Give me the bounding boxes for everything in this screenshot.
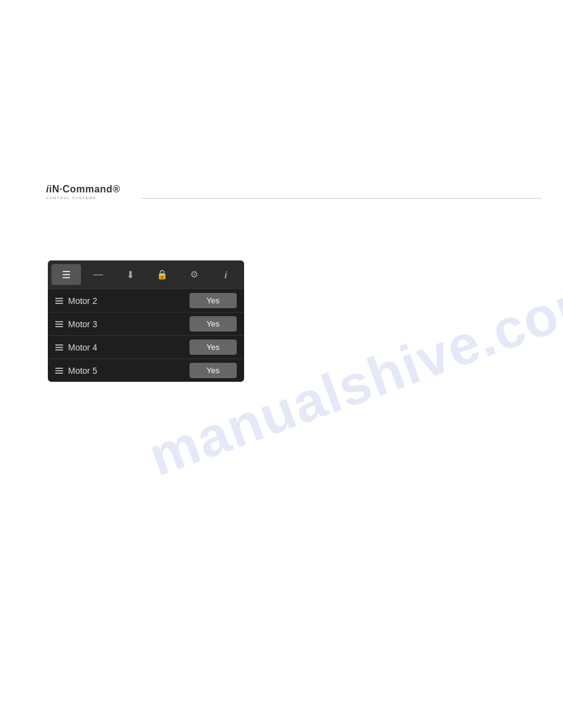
motor5-yes-button[interactable]: Yes xyxy=(190,363,237,378)
menu-icon: ☰ xyxy=(62,269,71,281)
tab-menu[interactable]: ☰ xyxy=(52,264,81,285)
motor4-label-container: Motor 4 xyxy=(55,343,97,352)
motor-row: Motor 3 Yes xyxy=(48,312,244,335)
widget-container: ☰ — ⬇ 🔒 ⚙ i xyxy=(48,260,244,382)
motor2-label: Motor 2 xyxy=(68,296,97,306)
settings-icon: ⚙ xyxy=(190,269,198,280)
motor-row: Motor 5 Yes xyxy=(48,358,244,382)
motor4-label: Motor 4 xyxy=(68,343,97,352)
motor3-label: Motor 3 xyxy=(68,319,97,329)
motor2-yes-button[interactable]: Yes xyxy=(190,293,237,308)
motor2-label-container: Motor 2 xyxy=(55,296,97,306)
motor5-label: Motor 5 xyxy=(68,366,97,376)
motor2-drag-icon xyxy=(55,298,63,304)
motor-row: Motor 2 Yes xyxy=(48,289,244,312)
motor4-drag-icon xyxy=(55,344,63,351)
motor5-label-container: Motor 5 xyxy=(55,366,97,376)
motor4-yes-button[interactable]: Yes xyxy=(190,339,237,355)
tab-lock[interactable]: 🔒 xyxy=(147,264,177,285)
motor3-drag-icon xyxy=(55,321,63,327)
logo-area: iiN·Command® CONTROL SYSTEMS xyxy=(46,184,120,200)
motor-list: Motor 2 Yes Motor 3 Yes xyxy=(48,289,244,382)
logo-subtitle: CONTROL SYSTEMS xyxy=(46,196,96,200)
arrow-icon: — xyxy=(93,269,103,280)
tab-bar: ☰ — ⬇ 🔒 ⚙ i xyxy=(48,260,244,289)
motor3-yes-button[interactable]: Yes xyxy=(190,316,237,332)
motor5-drag-icon xyxy=(55,368,63,374)
tab-bluetooth[interactable]: ⬇ xyxy=(115,264,145,285)
bluetooth-icon: ⬇ xyxy=(126,269,134,281)
divider-line xyxy=(141,198,542,199)
tab-arrow[interactable]: — xyxy=(83,264,113,285)
lock-icon: 🔒 xyxy=(156,269,168,280)
tab-info[interactable]: i xyxy=(211,264,240,285)
tab-settings[interactable]: ⚙ xyxy=(179,264,209,285)
info-icon: i xyxy=(224,270,227,280)
motor-row: Motor 4 Yes xyxy=(48,335,244,358)
motor3-label-container: Motor 3 xyxy=(55,319,97,329)
logo-brand: iiN·Command® xyxy=(46,184,120,195)
